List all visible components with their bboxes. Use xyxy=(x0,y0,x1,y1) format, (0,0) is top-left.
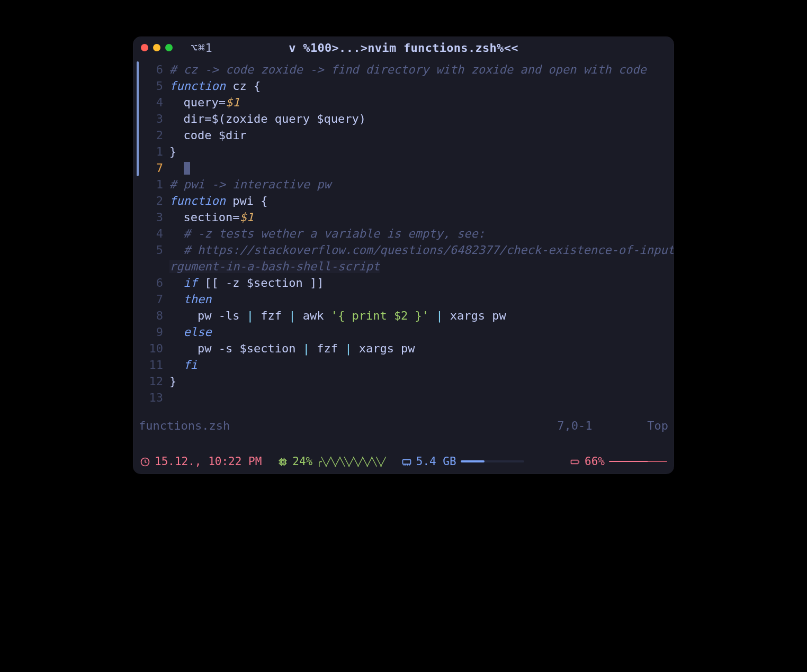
battery-graph xyxy=(609,458,667,465)
keyword-if: if xyxy=(169,276,198,289)
cpu-segment: 24% ╭╲╱╲╱╲╲╱╲╱╲╱╲╲╱ xyxy=(277,455,385,468)
pipe-operator: | xyxy=(429,309,443,322)
window-title: v %100>...>nvim functions.zsh%<< xyxy=(289,41,518,55)
statusline: functions.zsh 7,0-1 Top xyxy=(133,418,674,433)
battery-segment: 66% xyxy=(570,455,667,468)
clock-icon xyxy=(140,455,150,468)
command: awk xyxy=(295,309,330,322)
line-number: 11 xyxy=(133,357,169,373)
string-literal: '{ print $2 }' xyxy=(331,309,429,322)
code-text xyxy=(295,342,302,355)
positional-param: $1 xyxy=(239,211,254,224)
keyword-function: function xyxy=(169,194,226,207)
svg-rect-1 xyxy=(280,459,285,465)
tmux-statusbar: 15.12., 10:22 PM 24% ╭╲╱╲╱╲╲╱╲╱╲╱╲╲╱ 5.4… xyxy=(133,449,674,474)
brace-open: { xyxy=(261,194,267,207)
variable: $dir xyxy=(219,129,247,142)
line-number: 5 xyxy=(133,242,169,258)
command: pw -ls xyxy=(169,309,247,322)
line-number: 6 xyxy=(133,61,169,78)
line-number: 1 xyxy=(133,176,169,193)
command: fzf xyxy=(310,342,345,355)
cursor-line xyxy=(169,160,190,176)
clock-segment: 15.12., 10:22 PM xyxy=(140,455,262,468)
line-number: 6 xyxy=(133,275,169,291)
clock-text: 15.12., 10:22 PM xyxy=(155,455,262,468)
traffic-lights xyxy=(141,44,173,51)
svg-rect-2 xyxy=(282,461,284,464)
pipe-operator: | xyxy=(247,309,254,322)
positional-param: $1 xyxy=(226,96,240,109)
func-name: cz xyxy=(226,79,254,93)
memory-text: 5.4 GB xyxy=(416,455,456,468)
pipe-operator: | xyxy=(345,342,352,355)
cursor-icon xyxy=(184,162,190,175)
close-icon[interactable] xyxy=(141,44,148,51)
subshell-close: ) xyxy=(359,112,366,125)
variable: $section xyxy=(239,342,295,355)
statusline-scroll: Top xyxy=(647,419,668,432)
line-number: 12 xyxy=(133,373,169,389)
code-comment: # -z tests wether a variable is empty, s… xyxy=(169,225,485,242)
code-comment: # cz -> code zoxide -> find directory wi… xyxy=(169,61,647,78)
line-number: 4 xyxy=(133,225,169,242)
command: fzf xyxy=(254,309,289,322)
line-number: 3 xyxy=(133,111,169,127)
titlebar: ⌥⌘1 v %100>...>nvim functions.zsh%<< xyxy=(133,37,674,58)
battery-text: 66% xyxy=(585,455,605,468)
line-number: 5 xyxy=(133,78,169,94)
minimize-icon[interactable] xyxy=(153,44,160,51)
command: xargs pw xyxy=(443,309,506,322)
code-comment: # https://stackoverflow.com/questions/64… xyxy=(169,242,674,258)
line-number: 10 xyxy=(133,340,169,357)
editor-viewport[interactable]: 6# cz -> code zoxide -> find directory w… xyxy=(133,58,674,418)
line-number: 8 xyxy=(133,307,169,324)
brace-open: { xyxy=(254,79,261,93)
variable: $section xyxy=(247,276,303,289)
subshell-open: $( xyxy=(211,112,226,125)
cpu-icon xyxy=(277,455,288,468)
svg-rect-3 xyxy=(402,460,410,464)
brace-close: } xyxy=(169,143,176,160)
statusline-file: functions.zsh xyxy=(139,419,557,432)
variable: $query xyxy=(317,112,358,125)
line-number: 2 xyxy=(133,127,169,143)
code-text: query= xyxy=(169,96,226,109)
keyword-else: else xyxy=(169,324,211,340)
memory-segment: 5.4 GB xyxy=(401,455,524,468)
wrapped-line: rgument-in-a-bash-shell-script xyxy=(169,260,380,273)
tab-label: ⌥⌘1 xyxy=(191,41,212,55)
line-number: 3 xyxy=(133,209,169,225)
cpu-graph: ╭╲╱╲╱╲╲╱╲╱╲╱╲╲╱ xyxy=(317,457,385,467)
test-expr: [[ -z xyxy=(198,276,247,289)
pipe-operator: | xyxy=(289,309,295,322)
func-name: pwi xyxy=(226,194,261,207)
current-line-number: 7 xyxy=(133,160,169,176)
command: xargs pw xyxy=(352,342,415,355)
statusline-position: 7,0-1 xyxy=(557,419,647,432)
line-number: 2 xyxy=(133,193,169,209)
code-comment: # pwi -> interactive pw xyxy=(169,176,331,193)
keyword-function: function xyxy=(169,79,226,93)
zoom-icon[interactable] xyxy=(165,44,173,51)
memory-icon xyxy=(401,455,412,468)
command: zoxide query xyxy=(226,112,317,125)
command: code xyxy=(169,129,219,142)
code-text: dir= xyxy=(169,112,211,125)
memory-bar xyxy=(461,460,524,462)
line-number: 13 xyxy=(133,389,169,406)
keyword-then: then xyxy=(169,291,211,307)
test-expr: ]] xyxy=(303,276,324,289)
line-number: 7 xyxy=(133,291,169,307)
keyword-fi: fi xyxy=(169,357,198,373)
command-line[interactable] xyxy=(133,433,674,449)
svg-rect-4 xyxy=(571,460,578,464)
code-text: section= xyxy=(169,211,239,224)
terminal-window: ⌥⌘1 v %100>...>nvim functions.zsh%<< 6# … xyxy=(133,37,674,474)
command: pw -s xyxy=(169,342,239,355)
brace-close: } xyxy=(169,373,176,389)
line-number: 4 xyxy=(133,94,169,111)
battery-icon xyxy=(570,455,580,468)
pipe-operator: | xyxy=(303,342,310,355)
line-number: 9 xyxy=(133,324,169,340)
